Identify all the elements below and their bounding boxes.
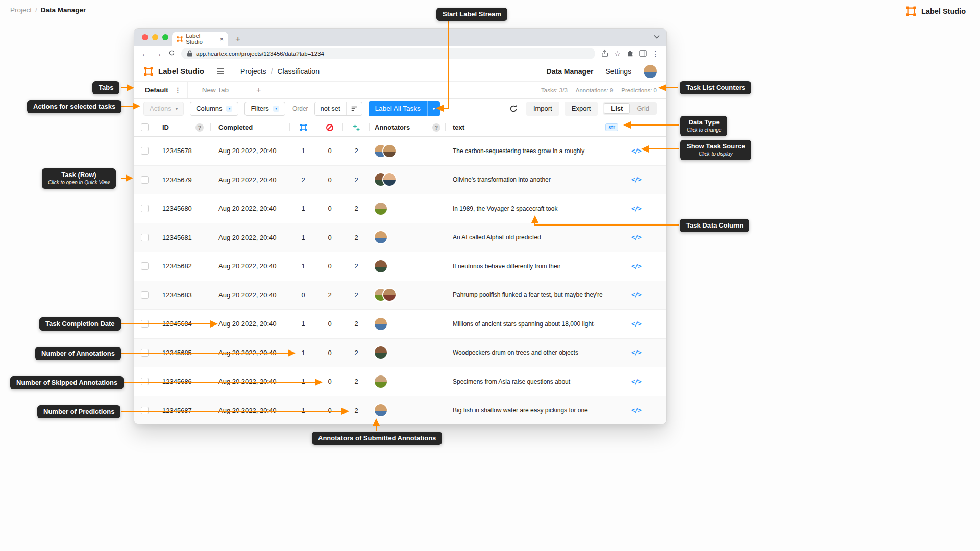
bookmark-star-icon[interactable]: ☆ xyxy=(611,49,624,58)
annotator-avatar xyxy=(375,231,387,243)
order-value-dropdown[interactable]: not set xyxy=(315,105,346,112)
task-row[interactable]: 12345679 Aug 20 2022, 20:40 2 0 2 Olivin… xyxy=(134,166,666,195)
sort-order-icon[interactable] xyxy=(347,105,362,112)
annotations-count: 1 xyxy=(290,367,316,396)
row-checkbox[interactable] xyxy=(141,378,149,385)
refresh-icon[interactable] xyxy=(506,102,521,116)
breadcrumb-project[interactable]: Project xyxy=(10,6,32,14)
task-source-icon[interactable]: </> xyxy=(623,310,666,338)
help-icon[interactable]: ? xyxy=(195,123,204,132)
forward-icon[interactable]: → xyxy=(152,50,165,57)
task-source-icon[interactable]: </> xyxy=(623,339,666,367)
task-source-icon[interactable]: </> xyxy=(623,223,666,252)
task-row[interactable]: 12345685 Aug 20 2022, 20:40 1 0 2 Woodpe… xyxy=(134,339,666,368)
task-row[interactable]: 12345682 Aug 20 2022, 20:40 1 0 2 If neu… xyxy=(134,252,666,281)
task-source-icon[interactable]: </> xyxy=(623,252,666,281)
row-checkbox-cell xyxy=(134,166,155,194)
annotations-counter: Annotations: 9 xyxy=(576,87,614,93)
annotations-count: 1 xyxy=(290,137,316,165)
task-row[interactable]: 12345681 Aug 20 2022, 20:40 1 0 2 An AI … xyxy=(134,223,666,253)
app-logo-icon[interactable] xyxy=(143,66,154,77)
chevron-down-icon[interactable]: ▾ xyxy=(428,106,440,111)
task-row[interactable]: 12345683 Aug 20 2022, 20:40 0 2 2 Pahrum… xyxy=(134,281,666,310)
tab-menu-kebab-icon[interactable]: ⋮ xyxy=(175,86,181,94)
callout-task-data-column: Task Data Column xyxy=(680,219,749,232)
row-checkbox[interactable] xyxy=(141,291,149,299)
row-checkbox[interactable] xyxy=(141,320,149,328)
row-checkbox[interactable] xyxy=(141,176,149,184)
share-icon[interactable] xyxy=(598,49,611,57)
skipped-count: 0 xyxy=(316,137,343,165)
header-annotators-cell[interactable]: Annotators ? xyxy=(370,118,446,136)
traffic-light-minimize[interactable] xyxy=(152,34,158,40)
row-checkbox-cell xyxy=(134,252,155,281)
url-bar[interactable]: app.heartex.com/projects/123456/data?tab… xyxy=(181,48,595,59)
predictions-count: 2 xyxy=(343,137,370,165)
filters-dropdown[interactable]: Filters ▾ xyxy=(244,102,285,116)
sidebar-panel-icon[interactable] xyxy=(636,50,649,57)
header-skipped-cell[interactable] xyxy=(316,118,343,136)
tab-default[interactable]: Default ⋮ xyxy=(134,82,188,98)
header-completed-cell[interactable]: Completed xyxy=(211,118,290,136)
traffic-light-zoom[interactable] xyxy=(162,34,168,40)
hamburger-menu-icon[interactable] xyxy=(216,68,225,75)
header-predictions-cell[interactable] xyxy=(343,118,370,136)
row-checkbox[interactable] xyxy=(141,407,149,414)
traffic-light-close[interactable] xyxy=(142,34,148,40)
annotator-avatars xyxy=(370,281,446,310)
header-annotations-cell[interactable] xyxy=(290,118,316,136)
row-checkbox[interactable] xyxy=(141,234,149,241)
reload-icon[interactable] xyxy=(165,49,178,57)
task-row[interactable]: 12345678 Aug 20 2022, 20:40 1 0 2 The ca… xyxy=(134,137,666,166)
back-icon[interactable]: ← xyxy=(138,50,152,57)
tab-list-chevron-icon[interactable] xyxy=(654,32,660,41)
task-row[interactable]: 12345684 Aug 20 2022, 20:40 1 0 2 Millio… xyxy=(134,310,666,339)
skipped-count: 0 xyxy=(316,367,343,396)
export-button[interactable]: Export xyxy=(565,102,598,116)
label-all-tasks-button[interactable]: Label All Tasks ▾ xyxy=(369,101,440,116)
actions-dropdown[interactable]: Actions ▾ xyxy=(143,102,184,116)
settings-link[interactable]: Settings xyxy=(605,67,631,76)
page-brand: Label Studio xyxy=(905,6,966,17)
data-type-badge[interactable]: str xyxy=(605,123,618,131)
task-row[interactable]: 12345680 Aug 20 2022, 20:40 1 0 2 In 198… xyxy=(134,194,666,223)
task-row[interactable]: 12345686 Aug 20 2022, 20:40 1 0 2 Specim… xyxy=(134,367,666,396)
help-icon[interactable]: ? xyxy=(432,123,440,132)
task-source-icon[interactable]: </> xyxy=(623,166,666,194)
row-checkbox[interactable] xyxy=(141,349,149,357)
tab-close-icon[interactable]: × xyxy=(219,35,224,43)
user-avatar[interactable] xyxy=(644,65,657,78)
header-id-cell[interactable]: ID ? xyxy=(155,118,211,136)
view-toggle: List Grid xyxy=(603,102,657,115)
task-source-icon[interactable]: </> xyxy=(623,367,666,396)
data-manager-link[interactable]: Data Manager xyxy=(547,67,594,76)
task-row[interactable]: 12345687 Aug 20 2022, 20:40 1 0 2 Big fi… xyxy=(134,396,666,425)
header-text-cell[interactable]: text str xyxy=(446,118,623,136)
view-list-button[interactable]: List xyxy=(604,103,630,114)
row-checkbox[interactable] xyxy=(141,205,149,212)
select-all-checkbox[interactable] xyxy=(141,123,149,131)
import-button[interactable]: Import xyxy=(526,102,559,116)
annotator-avatars xyxy=(370,339,446,367)
task-source-icon[interactable]: </> xyxy=(623,281,666,310)
view-grid-button[interactable]: Grid xyxy=(630,103,656,114)
task-source-icon[interactable]: </> xyxy=(623,396,666,425)
tab-new-tab[interactable]: New Tab xyxy=(188,86,243,94)
projects-link[interactable]: Projects xyxy=(240,67,266,76)
predictions-count: 2 xyxy=(343,339,370,367)
predictions-count: 2 xyxy=(343,281,370,310)
annotator-avatar xyxy=(375,404,387,416)
new-tab-icon[interactable]: + xyxy=(235,35,241,44)
extensions-puzzle-icon[interactable] xyxy=(624,50,636,57)
browser-menu-kebab-icon[interactable]: ⋮ xyxy=(649,49,662,58)
lock-icon xyxy=(187,50,192,57)
task-source-icon[interactable]: </> xyxy=(623,137,666,165)
add-tab-icon[interactable]: + xyxy=(243,86,274,95)
row-checkbox[interactable] xyxy=(141,147,149,155)
task-completed-date: Aug 20 2022, 20:40 xyxy=(211,166,290,194)
task-source-icon[interactable]: </> xyxy=(623,194,666,223)
browser-tab[interactable]: Label Studio × xyxy=(172,32,228,46)
toolbar-right: Import Export List Grid xyxy=(506,102,657,116)
row-checkbox[interactable] xyxy=(141,262,149,270)
columns-dropdown[interactable]: Columns ▾ xyxy=(190,102,238,116)
